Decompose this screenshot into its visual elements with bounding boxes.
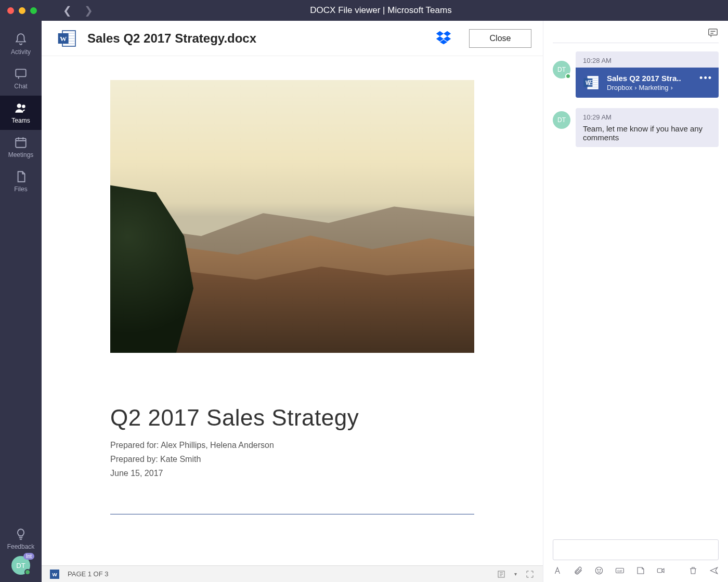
rail-label: Chat (14, 83, 27, 90)
avatar-initials: DT (557, 116, 566, 124)
statusbar: W PAGE 1 OF 3 ▾ (42, 565, 543, 582)
svg-point-16 (600, 570, 600, 570)
rail-meetings[interactable]: Meetings (0, 130, 42, 164)
doc-page: Q2 2017 Sales Strategy Prepared for: Ale… (63, 61, 521, 565)
doc-meta: Prepared for: Alex Phillips, Helena Ande… (110, 438, 474, 481)
avatar-badge: Int (23, 553, 34, 560)
svg-point-14 (595, 567, 602, 574)
rail-label: Feedback (7, 543, 35, 550)
message-text: Team, let me know if you have any commen… (583, 124, 711, 142)
window-controls (7, 7, 37, 14)
attach-icon[interactable] (574, 565, 583, 576)
titlebar: ❮ ❯ DOCX File viewer | Microsoft Teams (0, 0, 728, 21)
message-time: 10:28 AM (583, 57, 711, 64)
current-user-avatar[interactable]: DT Int (11, 556, 30, 575)
avatar-initials: DT (16, 562, 25, 570)
file-more-icon[interactable]: ••• (699, 73, 712, 84)
rail-label: Meetings (8, 151, 34, 158)
chevron-right-icon: › (671, 84, 673, 91)
dropbox-icon[interactable] (435, 30, 452, 47)
word-file-icon: W (583, 74, 601, 91)
svg-point-2 (22, 105, 25, 108)
file-attachment-card[interactable]: W Sales Q2 2017 Stra.. Dropbox › Marketi… (576, 68, 719, 98)
word-small-icon: W (50, 570, 59, 579)
send-icon[interactable] (709, 565, 719, 576)
rail-label: Activity (11, 48, 31, 56)
teams-icon (14, 101, 28, 115)
svg-text:GIF: GIF (617, 570, 622, 573)
svg-point-1 (18, 104, 21, 108)
sender-avatar[interactable]: DT (553, 61, 570, 78)
sender-avatar[interactable]: DT (553, 111, 570, 129)
message-time: 10:29 AM (583, 113, 711, 121)
document-viewer: W Sales Q2 2017 Strategy.docx Close Q2 2… (42, 21, 543, 582)
doc-filename: Sales Q2 2017 Strategy.docx (87, 31, 425, 46)
page-indicator[interactable]: PAGE 1 OF 3 (68, 570, 109, 578)
chat-top-actions (543, 27, 728, 43)
svg-text:W: W (52, 571, 57, 577)
emoji-icon[interactable] (594, 565, 604, 576)
close-button[interactable]: Close (469, 29, 531, 48)
rail-label: Teams (11, 117, 30, 124)
gif-icon[interactable]: GIF (615, 565, 625, 576)
prepared-by: Prepared by: Kate Smith (110, 452, 474, 466)
rail-teams[interactable]: Teams (0, 96, 42, 130)
svg-rect-0 (16, 69, 26, 76)
rail-feedback[interactable]: Feedback (0, 522, 42, 556)
doc-date: June 15, 2017 (110, 466, 474, 480)
presence-available-icon (565, 73, 571, 79)
section-rule (110, 514, 474, 514)
compose-input[interactable] (553, 539, 719, 560)
doc-viewport[interactable]: Q2 2017 Sales Strategy Prepared for: Ale… (42, 56, 543, 565)
message-bubble: 10:28 AM W Sales Q2 2017 Stra.. Dropbox … (576, 51, 719, 98)
rail-files[interactable]: Files (0, 164, 42, 199)
doc-header: W Sales Q2 2017 Strategy.docx Close (42, 21, 543, 56)
view-dropdown-icon[interactable]: ▾ (514, 571, 517, 577)
meet-now-icon[interactable] (656, 565, 666, 576)
app-rail: Activity Chat Teams Meetings Files Feedb… (0, 21, 42, 582)
zoom-window-icon[interactable] (30, 7, 37, 14)
fullscreen-icon[interactable] (525, 570, 535, 579)
open-chat-icon[interactable] (707, 27, 719, 38)
word-app-icon: W (57, 28, 78, 49)
avatar-initials: DT (557, 66, 566, 73)
lightbulb-icon (14, 527, 28, 541)
forward-button[interactable]: ❯ (84, 4, 93, 17)
chevron-right-icon: › (634, 84, 636, 91)
svg-point-15 (597, 570, 598, 570)
trash-icon[interactable] (688, 565, 698, 576)
file-path: Dropbox › Marketing › (607, 84, 681, 91)
file-icon (14, 170, 28, 183)
chat-message-1[interactable]: DT 10:28 AM W Sales Q2 2017 Stra.. Dropb… (543, 51, 728, 103)
reading-view-icon[interactable] (497, 570, 506, 579)
bell-icon (14, 33, 28, 46)
calendar-icon (14, 136, 28, 149)
svg-rect-3 (16, 138, 26, 147)
message-bubble: 10:29 AM Team, let me know if you have a… (576, 108, 719, 147)
chat-icon (14, 67, 28, 81)
chat-message-2[interactable]: DT 10:29 AM Team, let me know if you hav… (543, 108, 728, 152)
close-window-icon[interactable] (7, 7, 14, 14)
svg-text:W: W (60, 35, 67, 43)
svg-rect-10 (709, 29, 718, 35)
format-icon[interactable] (553, 565, 562, 576)
sticker-icon[interactable] (636, 565, 645, 576)
window-title: DOCX File viewer | Microsoft Teams (41, 5, 721, 16)
rail-activity[interactable]: Activity (0, 27, 42, 61)
chat-panel: DT 10:28 AM W Sales Q2 2017 Stra.. Dropb… (543, 21, 728, 582)
presence-available-icon (24, 569, 31, 575)
hero-image (110, 80, 474, 353)
compose-area: GIF (543, 539, 728, 582)
rail-chat[interactable]: Chat (0, 61, 42, 96)
svg-rect-19 (658, 568, 662, 572)
compose-toolbar: GIF (553, 560, 719, 576)
minimize-window-icon[interactable] (19, 7, 25, 14)
prepared-for: Prepared for: Alex Phillips, Helena Ande… (110, 438, 474, 452)
doc-heading: Q2 2017 Sales Strategy (110, 405, 474, 431)
rail-label: Files (14, 186, 27, 193)
chat-divider (553, 43, 719, 43)
file-title: Sales Q2 2017 Stra.. (607, 74, 681, 84)
